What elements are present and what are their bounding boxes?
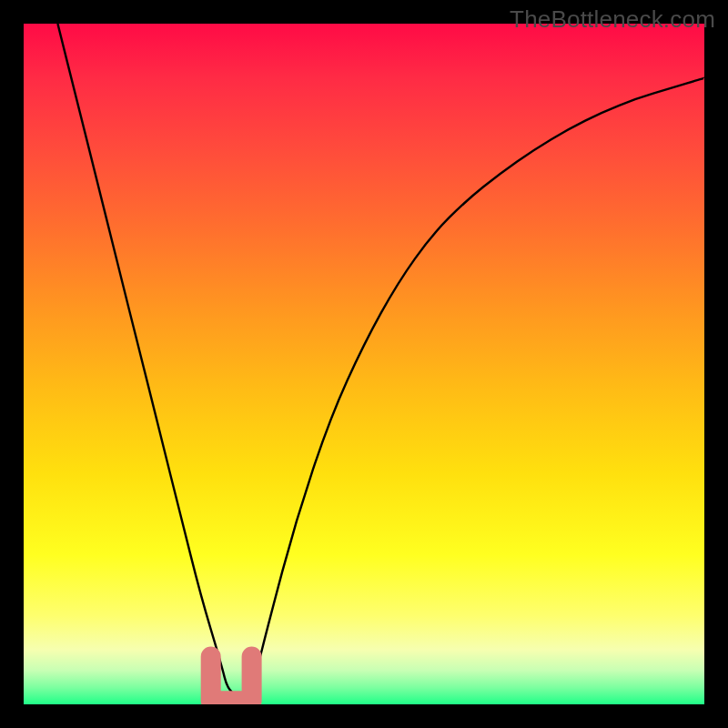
optimal-range-marker: [24, 24, 704, 704]
watermark-text: TheBottleneck.com: [510, 5, 715, 34]
chart-frame: TheBottleneck.com: [0, 0, 728, 728]
plot-area: [24, 24, 704, 704]
marker-path: [211, 657, 252, 702]
